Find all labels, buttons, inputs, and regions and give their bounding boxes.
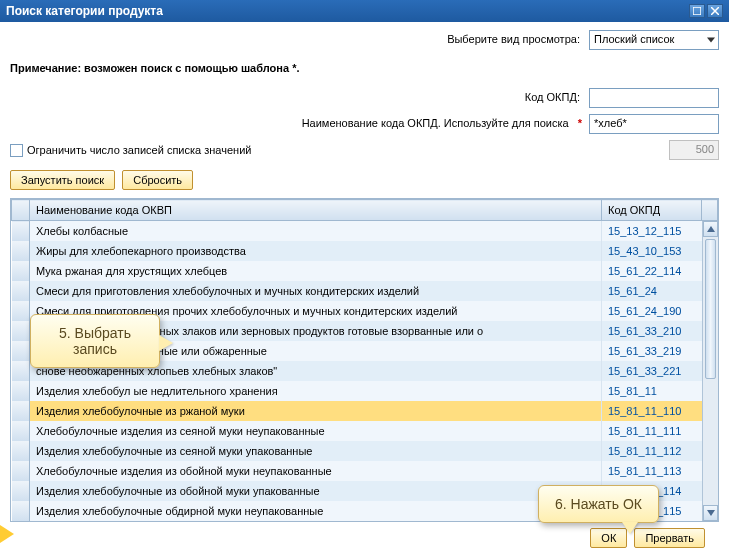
detach-button[interactable] [689, 4, 705, 18]
scroll-up-button[interactable] [703, 221, 718, 237]
row-selector[interactable] [12, 441, 30, 461]
row-code: 15_61_33_221 [602, 361, 718, 381]
row-name: Изделия хлебобулочные из ржаной муки [30, 401, 602, 421]
callout-select-row: 5. Выбрать запись [30, 314, 160, 368]
limit-input: 500 [669, 140, 719, 160]
selector-header [12, 200, 30, 221]
row-code: 15_61_33_210 [602, 321, 718, 341]
row-selector[interactable] [12, 301, 30, 321]
table-row[interactable]: Изделия хлебобул ые недлительного хранен… [12, 381, 718, 401]
table-row[interactable]: Изделия хлебобулочные из сеяной муки упа… [12, 441, 718, 461]
row-selector[interactable] [12, 221, 30, 241]
row-name: Изделия хлебобулочные из сеяной муки упа… [30, 441, 602, 461]
row-selector[interactable] [12, 401, 30, 421]
close-button[interactable] [707, 4, 723, 18]
table-row[interactable]: Хлебобулочные изделия из обойной муки не… [12, 461, 718, 481]
svg-marker-4 [707, 510, 715, 516]
row-code: 15_61_33_219 [602, 341, 718, 361]
row-name: Хлебобулочные изделия из сеяной муки неу… [30, 421, 602, 441]
row-code: 15_61_22_114 [602, 261, 718, 281]
arrow-indicator [0, 525, 14, 543]
note-text: Примечание: возможен поиск с помощью шаб… [10, 62, 719, 74]
row-name: Хлебы колбасные [30, 221, 602, 241]
row-selector[interactable] [12, 381, 30, 401]
code-header[interactable]: Код ОКПД [602, 200, 702, 221]
table-row[interactable]: Смеси для приготовления хлебобулочных и … [12, 281, 718, 301]
titlebar: Поиск категории продукта [0, 0, 729, 22]
row-selector[interactable] [12, 461, 30, 481]
row-name: Изделия хлебобулочные обдирной муки неуп… [30, 501, 602, 521]
row-code: 15_81_11_111 [602, 421, 718, 441]
row-code: 15_61_24 [602, 281, 718, 301]
view-select[interactable]: Плоский список [589, 30, 719, 50]
row-selector[interactable] [12, 241, 30, 261]
svg-marker-3 [707, 226, 715, 232]
row-name: Хлебобулочные изделия из обойной муки не… [30, 461, 602, 481]
table-row[interactable]: Жиры для хлебопекарного производства15_4… [12, 241, 718, 261]
row-code: 15_81_11 [602, 381, 718, 401]
scroll-thumb[interactable] [705, 239, 716, 379]
row-selector[interactable] [12, 421, 30, 441]
view-label: Выберите вид просмотра: [447, 33, 580, 45]
row-code: 15_81_11_110 [602, 401, 718, 421]
code-label: Код ОКПД: [525, 91, 580, 103]
row-code: 15_13_12_115 [602, 221, 718, 241]
row-name: Жиры для хлебопекарного производства [30, 241, 602, 261]
callout-press-ok: 6. Нажать ОК [538, 485, 659, 523]
table-row[interactable]: Мука ржаная для хрустящих хлебцев15_61_2… [12, 261, 718, 281]
row-name: Изделия хлебобул ые недлительного хранен… [30, 381, 602, 401]
row-selector[interactable] [12, 261, 30, 281]
limit-label: Ограничить число записей списка значений [27, 144, 251, 156]
row-name: Смеси для приготовления хлебобулочных и … [30, 281, 602, 301]
row-selector[interactable] [12, 361, 30, 381]
reset-button[interactable]: Сбросить [122, 170, 193, 190]
row-name: Мука ржаная для хрустящих хлебцев [30, 261, 602, 281]
row-code: 15_61_24_190 [602, 301, 718, 321]
row-name: Изделия хлебобулочные из обойной муки уп… [30, 481, 602, 501]
row-code: 15_43_10_153 [602, 241, 718, 261]
name-label: Наименование кода ОКПД. Используйте для … [302, 117, 569, 129]
row-selector[interactable] [12, 341, 30, 361]
name-input[interactable]: *хлеб* [589, 114, 719, 134]
window-title: Поиск категории продукта [6, 4, 687, 18]
table-row[interactable]: Хлебобулочные изделия из сеяной муки неу… [12, 421, 718, 441]
search-button[interactable]: Запустить поиск [10, 170, 115, 190]
code-input[interactable] [589, 88, 719, 108]
row-code: 15_81_11_113 [602, 461, 718, 481]
svg-rect-0 [693, 7, 701, 15]
row-selector[interactable] [12, 281, 30, 301]
row-selector[interactable] [12, 481, 30, 501]
vertical-scrollbar[interactable] [702, 221, 718, 521]
required-star: * [578, 117, 582, 129]
row-selector[interactable] [12, 321, 30, 341]
row-selector[interactable] [12, 501, 30, 521]
table-row[interactable]: Изделия хлебобулочные из ржаной муки15_8… [12, 401, 718, 421]
limit-checkbox[interactable] [10, 144, 23, 157]
scroll-down-button[interactable] [703, 505, 718, 521]
cancel-button[interactable]: Прервать [634, 528, 705, 548]
name-header[interactable]: Наименование кода ОКВП [30, 200, 602, 221]
table-row[interactable]: Хлебы колбасные15_13_12_115 [12, 221, 718, 241]
row-code: 15_81_11_112 [602, 441, 718, 461]
scroll-header [702, 200, 718, 221]
